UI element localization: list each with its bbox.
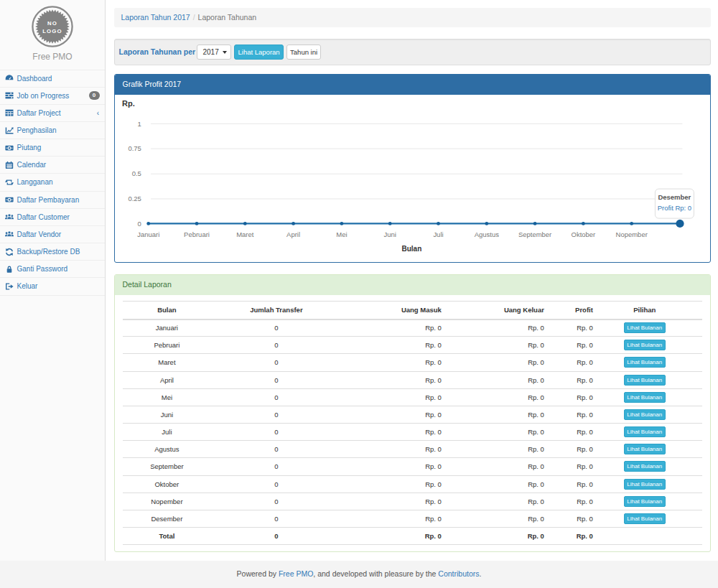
svg-text:Pebruari: Pebruari (184, 230, 210, 238)
svg-text:Desember: Desember (658, 193, 691, 201)
svg-text:Maret: Maret (236, 230, 254, 238)
svg-text:Mei: Mei (336, 230, 347, 238)
svg-text:0: 0 (137, 219, 141, 227)
svg-text:LOGO: LOGO (42, 28, 62, 34)
svg-text:0.5: 0.5 (131, 169, 141, 177)
svg-text:Juli: Juli (433, 230, 443, 238)
svg-text:Agustus: Agustus (474, 230, 499, 238)
svg-text:September: September (518, 230, 551, 238)
svg-text:Januari: Januari (137, 230, 159, 238)
svg-text:April: April (286, 230, 300, 238)
svg-text:Rp.: Rp. (122, 98, 135, 107)
svg-text:Nopember: Nopember (615, 230, 647, 238)
svg-text:0.25: 0.25 (128, 195, 141, 202)
svg-text:Bulan: Bulan (401, 245, 421, 253)
svg-text:Oktober: Oktober (571, 230, 595, 238)
svg-text:Juni: Juni (383, 230, 396, 238)
svg-text:1: 1 (137, 119, 141, 127)
svg-text:NO: NO (47, 20, 57, 27)
svg-text:Profit Rp: 0: Profit Rp: 0 (657, 204, 691, 212)
svg-text:0.75: 0.75 (128, 144, 141, 152)
